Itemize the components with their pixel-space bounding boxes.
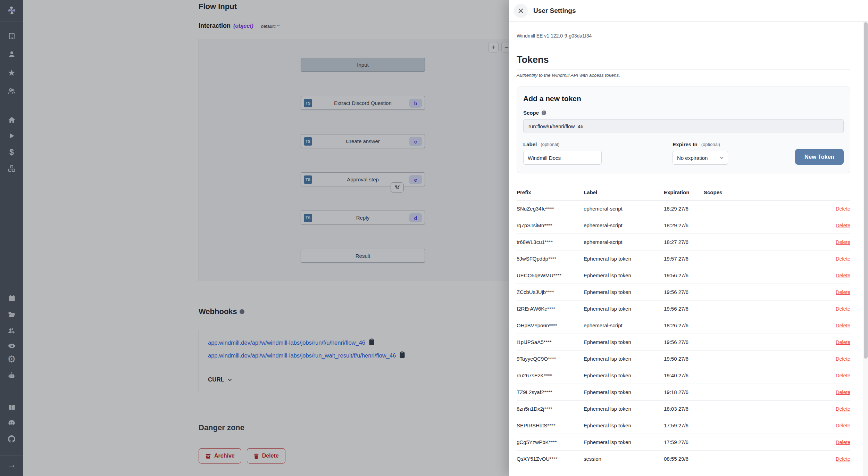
token-label: ephemeral-script (584, 200, 664, 217)
token-scopes (704, 217, 819, 234)
delete-token-link[interactable]: Delete (819, 339, 850, 345)
token-expiration: 19:40 27/6 (664, 367, 704, 384)
token-scopes (704, 401, 819, 417)
chevron-down-icon (719, 155, 724, 160)
token-scopes (704, 284, 819, 301)
token-expiration: 19:56 27/6 (664, 334, 704, 351)
drawer-body: Windmill EE v1.122.0-9-g03da1f34 Tokens … (509, 22, 863, 476)
token-label: Ephemeral lsp token (584, 401, 664, 417)
token-expiration: 18:26 27/6 (664, 317, 704, 334)
delete-token-link[interactable]: Delete (819, 289, 850, 295)
token-row: OHpBVYpo6n**** ephemeral-script 18:26 27… (517, 317, 850, 334)
token-label: ephemeral-script (584, 217, 664, 234)
token-scopes (704, 434, 819, 451)
token-scopes (704, 251, 819, 267)
token-scopes (704, 367, 819, 384)
token-scopes (704, 417, 819, 434)
drawer-title: User Settings (533, 7, 576, 15)
token-expiration: 19:56 27/6 (664, 284, 704, 301)
token-row: gCg5YzwPbK**** Ephemeral lsp token 17:59… (517, 434, 850, 451)
token-row: i1piJPSaA5**** Ephemeral lsp token 19:56… (517, 334, 850, 351)
delete-token-link[interactable]: Delete (819, 223, 850, 228)
token-prefix: UECO5qeWMU**** (517, 267, 584, 284)
tokens-table: Prefix Label Expiration Scopes SNuZeg34I… (517, 189, 850, 467)
close-button[interactable] (514, 4, 528, 18)
token-prefix: 9TayyeQC9O**** (517, 351, 584, 367)
add-token-title: Add a new token (523, 95, 844, 103)
token-label: Ephemeral lsp token (584, 367, 664, 384)
delete-token-link[interactable]: Delete (819, 423, 850, 428)
token-prefix: i1piJPSaA5**** (517, 334, 584, 351)
token-row: 8zn5n1Dx2j**** Ephemeral lsp token 18:03… (517, 401, 850, 417)
token-expiration: 18:03 27/6 (664, 401, 704, 417)
token-label: Ephemeral lsp token (584, 384, 664, 401)
token-label: ephemeral-script (584, 234, 664, 251)
token-prefix: TZ9L2syaf2**** (517, 384, 584, 401)
token-prefix: rru267sEzK**** (517, 367, 584, 384)
delete-token-link[interactable]: Delete (819, 440, 850, 445)
expires-select[interactable]: No expiration (673, 151, 728, 165)
new-token-button[interactable]: New Token (795, 149, 844, 165)
label-field-label: Label (optional) (523, 141, 602, 147)
token-expiration: 18:29 27/6 (664, 217, 704, 234)
token-row: TZ9L2syaf2**** Ephemeral lsp token 19:18… (517, 384, 850, 401)
token-label: Ephemeral lsp token (584, 334, 664, 351)
info-icon (541, 110, 546, 115)
token-expiration: 19:18 27/6 (664, 384, 704, 401)
token-label: Ephemeral lsp token (584, 251, 664, 267)
token-row: ZCcbUsJUjb**** Ephemeral lsp token 19:56… (517, 284, 850, 301)
expires-field-label: Expires In (optional) (673, 141, 728, 147)
delete-token-link[interactable]: Delete (819, 256, 850, 262)
token-scopes (704, 451, 819, 467)
token-prefix: 8zn5n1Dx2j**** (517, 401, 584, 417)
add-token-card: Add a new token Scope Label (optional) (517, 87, 850, 173)
token-prefix: ZCcbUsJUjb**** (517, 284, 584, 301)
token-scopes (704, 351, 819, 367)
token-row: UECO5qeWMU**** Ephemeral lsp token 19:56… (517, 267, 850, 284)
column-header-scopes: Scopes (704, 189, 819, 200)
token-label: Ephemeral lsp token (584, 301, 664, 317)
token-scopes (704, 301, 819, 317)
token-expiration: 08:55 29/6 (664, 451, 704, 467)
token-label: Ephemeral lsp token (584, 284, 664, 301)
token-expiration: 19:57 27/6 (664, 251, 704, 267)
token-prefix: 5JwSFQpddp**** (517, 251, 584, 267)
token-scopes (704, 234, 819, 251)
token-row: 5JwSFQpddp**** Ephemeral lsp token 19:57… (517, 251, 850, 267)
token-prefix: gCg5YzwPbK**** (517, 434, 584, 451)
token-label: Ephemeral lsp token (584, 417, 664, 434)
token-prefix: OHpBVYpo6n**** (517, 317, 584, 334)
token-expiration: 18:27 27/6 (664, 234, 704, 251)
column-header-expiration: Expiration (664, 189, 704, 200)
delete-token-link[interactable]: Delete (819, 273, 850, 278)
tokens-subtitle: Authentify to the Windmill API with acce… (517, 73, 850, 78)
token-prefix: tr68WL3cu1**** (517, 234, 584, 251)
token-expiration: 18:29 27/6 (664, 200, 704, 217)
delete-token-link[interactable]: Delete (819, 306, 850, 312)
delete-token-link[interactable]: Delete (819, 206, 850, 212)
delete-token-link[interactable]: Delete (819, 373, 850, 378)
delete-token-link[interactable]: Delete (819, 323, 850, 328)
token-prefix: I2RErAW6Kc**** (517, 301, 584, 317)
token-row: QsXY51ZvOU**** session 08:55 29/6 Delete (517, 451, 850, 467)
delete-token-link[interactable]: Delete (819, 239, 850, 245)
token-expiration: 17:59 27/6 (664, 417, 704, 434)
token-scopes (704, 317, 819, 334)
token-label: session (584, 451, 664, 467)
token-expiration: 19:56 27/6 (664, 301, 704, 317)
token-row: rru267sEzK**** Ephemeral lsp token 19:40… (517, 367, 850, 384)
scrollbar-thumb[interactable] (864, 22, 868, 359)
drawer-scrollbar[interactable] (863, 22, 868, 476)
token-row: I2RErAW6Kc**** Ephemeral lsp token 19:56… (517, 301, 850, 317)
column-header-prefix: Prefix (517, 189, 584, 200)
token-prefix: QsXY51ZvOU**** (517, 451, 584, 467)
delete-token-link[interactable]: Delete (819, 406, 850, 412)
delete-token-link[interactable]: Delete (819, 389, 850, 395)
delete-token-link[interactable]: Delete (819, 456, 850, 462)
token-prefix: rq7pSTsiMn**** (517, 217, 584, 234)
scope-input[interactable] (523, 119, 844, 133)
column-header-label: Label (584, 189, 664, 200)
token-label: Ephemeral lsp token (584, 434, 664, 451)
delete-token-link[interactable]: Delete (819, 356, 850, 362)
token-label-input[interactable] (523, 151, 602, 165)
